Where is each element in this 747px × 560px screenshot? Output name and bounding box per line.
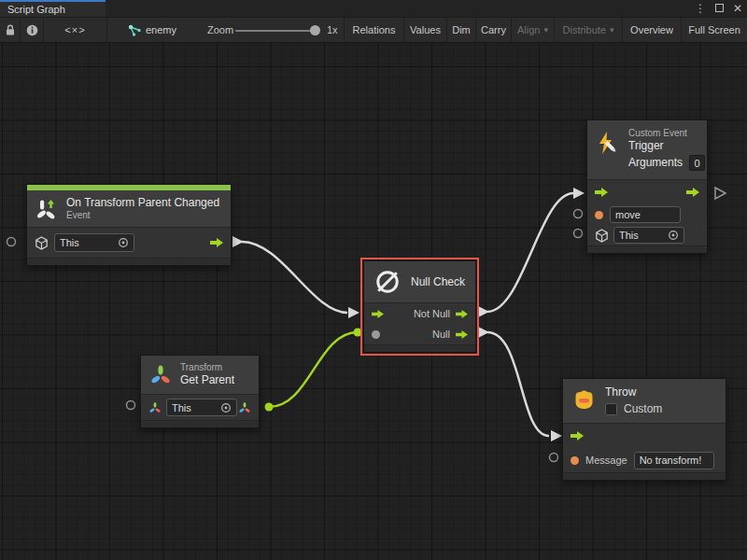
- node-category: Custom Event: [628, 128, 705, 139]
- port-row-message: Message No transform!: [563, 448, 726, 472]
- node-header: Custom Event Trigger Arguments 0: [587, 120, 707, 180]
- target-dropdown[interactable]: This: [54, 233, 134, 252]
- toolbar-buttons: Relations Values Dim Carry Align ▾ Distr…: [344, 18, 747, 42]
- node-throw[interactable]: Throw Custom Message No: [562, 378, 726, 481]
- carry-button[interactable]: Carry: [475, 18, 511, 42]
- node-null-check[interactable]: Null Check Not Null: [363, 260, 476, 353]
- tab-title: Script Graph: [7, 4, 65, 15]
- port-row: This: [141, 395, 259, 420]
- graph-name: enemy: [146, 24, 176, 35]
- port-row-name: move: [587, 204, 707, 225]
- transform-result-port-icon[interactable]: [238, 401, 251, 414]
- info-button[interactable]: [21, 18, 44, 42]
- node-title: Trigger: [628, 139, 705, 153]
- code-icon: <×>: [64, 24, 85, 35]
- control-output-arrow-icon[interactable]: [456, 309, 468, 319]
- node-body: This: [141, 395, 259, 420]
- transform-icon: [149, 364, 172, 386]
- value-input-port[interactable]: [550, 454, 558, 462]
- value-input-port[interactable]: [574, 210, 583, 218]
- node-title: On Transform Parent Changed: [66, 196, 219, 210]
- custom-checkbox[interactable]: [605, 403, 617, 415]
- control-input-arrow-icon[interactable]: [372, 309, 384, 319]
- kebab-menu-icon[interactable]: ⋮: [695, 0, 706, 17]
- tab-script-graph[interactable]: Script Graph: [0, 0, 106, 17]
- script-graph-window: Script Graph ⋮ ✕ <×>: [0, 0, 747, 560]
- fullscreen-button[interactable]: Full Screen: [681, 18, 747, 42]
- target-picker-icon[interactable]: [118, 237, 129, 248]
- message-input[interactable]: No transform!: [634, 452, 714, 469]
- value-input-port[interactable]: [574, 230, 583, 238]
- node-header: Null Check: [364, 261, 475, 303]
- align-button[interactable]: Align ▾: [511, 18, 554, 42]
- control-input-port[interactable]: [573, 188, 585, 199]
- custom-event-icon: [596, 131, 620, 155]
- node-title: Null Check: [411, 275, 465, 289]
- target-picker-icon[interactable]: [220, 402, 232, 413]
- graph-toolbar: <×> enemy Zoom 1x Relations Values Dim C…: [0, 17, 747, 43]
- node-category: Transform: [180, 362, 234, 373]
- close-icon[interactable]: ✕: [732, 0, 743, 17]
- value-input-port[interactable]: [127, 401, 135, 410]
- cube-icon: [35, 236, 49, 250]
- port-row-null: Null: [364, 324, 475, 344]
- control-input-port[interactable]: [348, 307, 359, 318]
- value-input-dot[interactable]: [571, 456, 579, 465]
- control-output-arrow-icon[interactable]: [456, 329, 468, 340]
- graph-canvas[interactable]: On Transform Parent Changed Event This: [0, 43, 747, 560]
- control-input-arrow-icon[interactable]: [571, 430, 584, 441]
- selection-outline: Null Check Not Null: [360, 258, 479, 356]
- transform-event-icon: [35, 198, 58, 220]
- throw-error-icon: [571, 388, 597, 413]
- chevron-down-icon: ▾: [610, 25, 614, 35]
- node-body: Not Null Null: [364, 303, 475, 344]
- null-check-icon: [373, 267, 402, 297]
- values-button[interactable]: Values: [403, 18, 446, 42]
- maximize-icon[interactable]: [713, 0, 725, 17]
- node-body: move This: [587, 180, 707, 245]
- port-row: This: [27, 228, 231, 258]
- value-input-dot[interactable]: [595, 211, 603, 219]
- value-input-port[interactable]: [7, 238, 16, 246]
- target-picker-icon[interactable]: [668, 230, 679, 241]
- port-label: Null: [432, 329, 450, 340]
- port-row-control: [587, 180, 707, 204]
- value-input-dot[interactable]: [372, 330, 380, 339]
- node-title: Get Parent: [180, 373, 234, 387]
- window-controls: ⋮ ✕: [695, 0, 743, 17]
- control-output-arrow-icon[interactable]: [210, 237, 223, 248]
- node-footer: [27, 258, 231, 265]
- control-input-port[interactable]: [551, 430, 562, 441]
- overview-button[interactable]: Overview: [622, 18, 681, 42]
- node-get-parent[interactable]: Transform Get Parent This: [140, 355, 260, 428]
- distribute-button[interactable]: Distribute ▾: [554, 18, 622, 42]
- value-wire: [269, 332, 358, 407]
- control-output-arrow-icon[interactable]: [686, 187, 699, 198]
- node-footer: [141, 420, 259, 427]
- tab-strip: Script Graph ⋮ ✕: [0, 0, 747, 17]
- transform-port-icon[interactable]: [148, 401, 162, 414]
- value-output-port[interactable]: [265, 403, 274, 412]
- node-footer: [563, 472, 726, 480]
- control-input-arrow-icon[interactable]: [595, 187, 608, 198]
- node-subtitle: Event: [66, 210, 219, 221]
- port-row-control: [563, 424, 726, 448]
- node-trigger-custom-event[interactable]: Custom Event Trigger Arguments 0: [586, 119, 708, 254]
- arguments-stepper[interactable]: 0: [689, 155, 705, 171]
- node-title: Throw: [605, 385, 662, 399]
- port-row-target: This: [587, 225, 707, 245]
- node-on-transform-parent-changed[interactable]: On Transform Parent Changed Event This: [26, 184, 232, 266]
- custom-checkbox-label: Custom: [624, 402, 662, 416]
- event-name-input[interactable]: move: [610, 206, 681, 223]
- node-body: Message No transform!: [563, 424, 726, 472]
- dim-button[interactable]: Dim: [446, 18, 475, 42]
- target-dropdown[interactable]: This: [613, 227, 684, 244]
- target-dropdown[interactable]: This: [166, 399, 237, 416]
- zoom-slider-handle[interactable]: [310, 25, 320, 35]
- relations-button[interactable]: Relations: [344, 18, 403, 42]
- lock-button[interactable]: [0, 18, 21, 42]
- edit-graph-variables-button[interactable]: <×>: [44, 18, 107, 42]
- node-footer: [364, 344, 475, 352]
- zoom-slider[interactable]: [235, 30, 317, 32]
- control-output-port[interactable]: [715, 188, 726, 199]
